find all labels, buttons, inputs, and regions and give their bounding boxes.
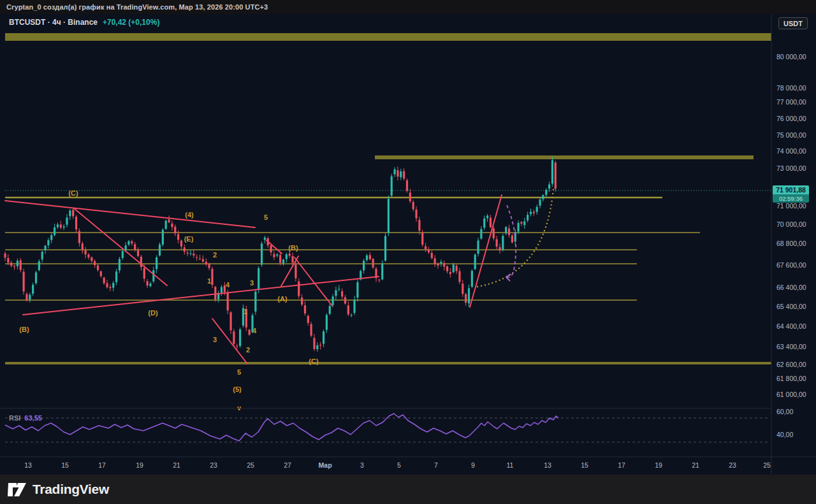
bar-close-countdown: 02:59:36 xyxy=(773,194,809,203)
candle-body xyxy=(32,285,34,294)
candle-body xyxy=(381,264,383,280)
candle-body xyxy=(159,245,161,256)
tradingview-brand-text[interactable]: TradingView xyxy=(33,482,109,497)
candle-body xyxy=(295,264,296,278)
candle-body xyxy=(156,257,157,269)
candle-body xyxy=(471,271,473,287)
time-axis-tick: 17 xyxy=(618,461,625,469)
trend-line[interactable] xyxy=(5,201,255,227)
price-axis-tick: 77 000,00 xyxy=(776,98,806,106)
wave-label[interactable]: 4 xyxy=(226,281,230,289)
trend-line[interactable] xyxy=(23,277,379,315)
resistance-zone[interactable] xyxy=(5,362,771,364)
candle-body xyxy=(165,220,167,229)
candle-body xyxy=(168,219,170,222)
candle-body xyxy=(286,254,288,259)
wave-label[interactable]: (4) xyxy=(185,211,194,219)
wave-label[interactable]: 5 xyxy=(237,368,241,376)
wave-label[interactable]: 3 xyxy=(213,336,217,343)
candle-body xyxy=(456,266,458,271)
time-axis-tick: 19 xyxy=(655,461,662,469)
last-price-badge[interactable]: 71 901,88 02:59:36 xyxy=(773,185,809,203)
candle-body xyxy=(180,241,182,247)
wave-label[interactable]: (C) xyxy=(309,357,319,365)
candle-body xyxy=(533,212,535,213)
candle-body xyxy=(551,160,553,184)
wave-label[interactable]: 2 xyxy=(246,346,250,354)
wave-label[interactable]: 1 xyxy=(207,277,211,285)
time-axis-tick: 21 xyxy=(692,461,699,469)
price-chart[interactable]: (C)(4)(E)(B)(D)21435(B)(A)1432(C)5(5)v80… xyxy=(0,0,816,475)
rsi-axis-tick: 40,00 xyxy=(776,431,793,438)
price-axis-tick: 78 000,00 xyxy=(776,84,806,92)
candle-body xyxy=(38,261,40,270)
candle-body xyxy=(403,171,405,178)
wave-label[interactable]: (5) xyxy=(233,385,242,393)
resistance-zone[interactable] xyxy=(375,155,754,159)
price-axis-tick: 63 400,00 xyxy=(776,343,806,350)
candle-body xyxy=(431,253,433,258)
price-axis-tick: 65 400,00 xyxy=(776,303,806,310)
wave-label[interactable]: 1 xyxy=(244,308,247,315)
candle-body xyxy=(338,289,340,289)
wave-label[interactable]: 5 xyxy=(264,213,268,221)
candle-body xyxy=(149,284,151,286)
candle-body xyxy=(214,287,216,299)
trend-line[interactable] xyxy=(74,208,167,285)
candle-body xyxy=(555,162,557,189)
candle-body xyxy=(187,253,189,254)
candle-body xyxy=(480,229,482,239)
candle-body xyxy=(29,294,31,299)
candle-body xyxy=(406,180,408,191)
symbol-title[interactable]: BTCUSDT · 4ч · Binance xyxy=(9,18,98,27)
wave-label[interactable]: (A) xyxy=(277,295,288,303)
candle-body xyxy=(378,280,380,280)
symbol-change: +70,42 (+0,10%) xyxy=(103,18,159,27)
candle-body xyxy=(372,259,374,267)
candle-body xyxy=(41,252,43,259)
candle-body xyxy=(196,257,198,258)
candle-body xyxy=(233,331,235,344)
candle-body xyxy=(258,268,259,289)
candle-body xyxy=(78,231,80,243)
time-axis-tick: 13 xyxy=(544,461,551,469)
wave-label[interactable]: 3 xyxy=(250,279,254,287)
wave-label[interactable]: (B) xyxy=(19,326,29,333)
wave-label[interactable]: 2 xyxy=(213,251,217,259)
candle-body xyxy=(57,224,59,227)
time-axis-tick: 13 xyxy=(24,461,32,469)
candle-body xyxy=(152,270,154,281)
wave-label[interactable]: (C) xyxy=(68,189,78,197)
candle-body xyxy=(530,212,532,214)
price-axis-tick: 80 000,00 xyxy=(776,53,806,61)
candle-body xyxy=(313,338,315,349)
candle-body xyxy=(94,261,96,265)
candle-body xyxy=(353,299,355,313)
trend-line[interactable] xyxy=(470,195,502,307)
rsi-indicator-header[interactable]: RSI 63,55 xyxy=(9,414,42,422)
candle-body xyxy=(26,294,27,300)
currency-toggle-button[interactable]: USDT xyxy=(778,17,808,29)
price-axis-tick: 75 000,00 xyxy=(776,131,806,139)
candle-body xyxy=(490,218,492,227)
candle-body xyxy=(453,264,455,272)
wave-label[interactable]: 4 xyxy=(252,327,257,335)
wave-label[interactable]: (D) xyxy=(148,309,158,317)
wave-label[interactable]: v xyxy=(237,404,242,412)
candle-body xyxy=(143,268,145,279)
candle-body xyxy=(329,306,331,313)
candle-body xyxy=(341,291,343,296)
price-axis-tick: 73 000,00 xyxy=(776,164,806,172)
wave-label[interactable]: (B) xyxy=(288,244,298,252)
price-axis-tick: 62 600,00 xyxy=(776,361,806,368)
candle-body xyxy=(127,241,129,244)
resistance-zone[interactable] xyxy=(5,33,771,41)
rsi-label: RSI xyxy=(9,414,20,422)
attribution-text: Cryptan_0 создал(а) график на TradingVie… xyxy=(6,3,268,11)
candle-body xyxy=(103,278,105,284)
tradingview-logo-icon[interactable] xyxy=(8,481,27,498)
wave-label[interactable]: (E) xyxy=(184,235,194,243)
candle-body xyxy=(440,262,442,263)
candle-body xyxy=(50,235,52,240)
time-axis-tick: 25 xyxy=(247,461,254,469)
